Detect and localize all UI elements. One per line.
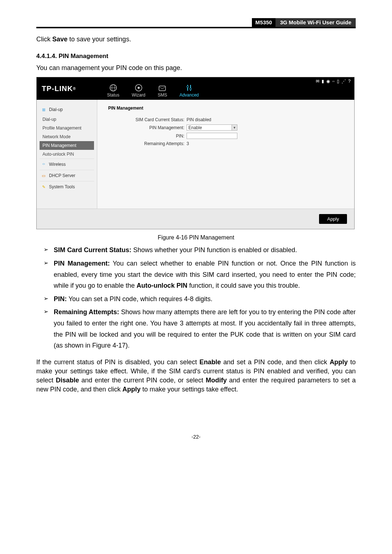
text: If the current status of PIN is disabled… xyxy=(36,358,199,366)
term-inline: Auto-unlock PIN xyxy=(136,282,187,289)
section-heading: 4.4.1.4. PIN Management xyxy=(36,53,356,60)
sidebar-item-autounlock[interactable]: Auto-unlock PIN xyxy=(40,150,94,159)
tab-label: Wizard xyxy=(132,93,145,98)
target-icon xyxy=(135,84,143,92)
list-item: PIN: You can set a PIN code, which requi… xyxy=(45,294,356,305)
text: Click xyxy=(36,36,52,43)
status-tray: ✉ ▮ ◉ ⎓ ▯ ⋰ ? xyxy=(313,77,354,86)
doc-header: M5350 3G Mobile Wi-Fi User Guide xyxy=(36,18,356,28)
term: PIN: xyxy=(54,295,67,303)
dialup-icon: ⊞ xyxy=(41,107,46,112)
page-number: -22- xyxy=(36,434,356,440)
page: M5350 3G Mobile Wi-Fi User Guide Click S… xyxy=(0,0,392,454)
term: SIM Card Current Status: xyxy=(54,246,131,254)
label-pin: PIN: xyxy=(108,134,187,139)
svg-point-4 xyxy=(138,87,140,89)
value-remaining: 3 xyxy=(187,141,189,146)
list-item: PIN Management: You can select whether t… xyxy=(45,258,356,291)
tools-icon: ✎ xyxy=(41,184,46,189)
sidebar-label: Dial-up xyxy=(49,107,63,112)
dhcp-icon: ▭ xyxy=(41,173,46,178)
help-icon: ? xyxy=(348,79,351,84)
svg-rect-5 xyxy=(159,86,166,91)
input-pin[interactable] xyxy=(187,133,237,139)
tab-label: Advanced xyxy=(179,93,199,98)
term: Remaining Attempts: xyxy=(54,308,119,316)
battery-icon: ▯ xyxy=(337,79,340,84)
select-pin-management[interactable]: Enable ▼ xyxy=(187,124,237,131)
router-ui-screenshot: TP-LINK® Status Wizard SMS Advanced xyxy=(36,77,355,229)
sidebar-label: DHCP Server xyxy=(49,173,75,178)
globe-icon xyxy=(109,84,117,92)
svg-point-7 xyxy=(187,86,189,88)
sidebar-item-dialup[interactable]: Dial-up xyxy=(40,115,94,124)
row-pin-management: PIN Management: Enable ▼ xyxy=(108,124,343,131)
figure-caption: Figure 4-16 PIN Management xyxy=(36,234,356,241)
text: and set a PIN code, and then click xyxy=(221,358,330,366)
kw: Modify xyxy=(206,377,227,384)
app-body: ⊞ Dial-up Dial-up Profile Management Net… xyxy=(37,100,354,209)
tab-status[interactable]: Status xyxy=(107,84,119,98)
tab-label: Status xyxy=(107,93,119,98)
brand-text: TP-LINK xyxy=(42,85,73,93)
list-item: SIM Card Current Status: Shows whether y… xyxy=(45,245,356,256)
value-sim-status: PIN disabled xyxy=(187,117,211,122)
kw: Apply xyxy=(330,358,348,366)
row-remaining: Remaining Attempts: 3 xyxy=(108,141,343,146)
globe-small-icon: ◉ xyxy=(326,79,331,84)
charge-icon: ⎓ xyxy=(332,79,335,84)
sidebar-group-tools[interactable]: ✎ System Tools xyxy=(40,181,94,192)
intro-line-2: You can management your PIN code on this… xyxy=(36,63,356,73)
model-badge: M5350 xyxy=(252,18,276,27)
sidebar-label: Wireless xyxy=(49,162,66,167)
apply-button[interactable]: Apply xyxy=(319,214,347,224)
sidebar: ⊞ Dial-up Dial-up Profile Management Net… xyxy=(37,100,97,209)
doc-title: 3G Mobile Wi-Fi User Guide xyxy=(275,18,356,27)
sidebar-group-dhcp[interactable]: ▭ DHCP Server xyxy=(40,170,94,181)
svg-point-9 xyxy=(190,88,192,90)
tab-advanced[interactable]: Advanced xyxy=(179,84,199,98)
tab-label: SMS xyxy=(158,93,167,98)
sidebar-item-profile[interactable]: Profile Management xyxy=(40,124,94,132)
kw: Disable xyxy=(56,377,79,384)
mail-icon: ✉ xyxy=(316,79,320,84)
tab-sms[interactable]: SMS xyxy=(158,85,167,98)
desc: function, it could save you this trouble… xyxy=(187,282,300,289)
row-sim-status: SIM Card Current Status: PIN disabled xyxy=(108,117,343,122)
sidebar-group-dialup[interactable]: ⊞ Dial-up xyxy=(40,104,94,115)
chevron-down-icon: ▼ xyxy=(232,125,237,130)
wifi-side-icon: ⌔ xyxy=(41,162,46,167)
brand-logo: TP-LINK® xyxy=(37,77,96,100)
wifi-icon: ⋰ xyxy=(342,79,347,84)
main-tabs: Status Wizard SMS Advanced xyxy=(96,77,199,100)
term: PIN Management: xyxy=(54,260,110,267)
intro-line-1: Click Save to save your settings. xyxy=(36,35,356,44)
content-title: PIN Management xyxy=(108,106,343,111)
text: and enter the current PIN code, or selec… xyxy=(79,377,206,384)
desc: Shows whether your PIN function is enabl… xyxy=(131,246,297,254)
app-footer: Apply xyxy=(37,209,354,229)
app-header: TP-LINK® Status Wizard SMS Advanced xyxy=(37,77,354,100)
registered-icon: ® xyxy=(73,87,76,91)
desc: You can set a PIN code, which requires 4… xyxy=(67,295,212,303)
sidebar-item-pin[interactable]: PIN Management xyxy=(40,141,94,150)
signal-icon: ▮ xyxy=(322,79,325,84)
sidebar-label: System Tools xyxy=(49,184,75,189)
select-value: Enable xyxy=(188,125,202,130)
content-area: PIN Management SIM Card Current Status: … xyxy=(97,100,354,209)
bullet-list: SIM Card Current Status: Shows whether y… xyxy=(36,245,356,351)
label-remaining: Remaining Attempts: xyxy=(108,141,187,146)
label-pin-management: PIN Management: xyxy=(108,125,187,130)
save-word: Save xyxy=(52,36,68,43)
text: to make your settings take effect. xyxy=(140,386,238,393)
sidebar-group-wireless[interactable]: ⌔ Wireless xyxy=(40,159,94,170)
text: to save your settings. xyxy=(68,36,131,43)
closing-paragraph: If the current status of PIN is disabled… xyxy=(36,358,356,394)
kw: Apply xyxy=(122,386,140,393)
sliders-icon xyxy=(185,84,193,92)
envelope-icon xyxy=(158,85,166,92)
label-sim-status: SIM Card Current Status: xyxy=(108,117,187,122)
sidebar-item-network[interactable]: Network Mode xyxy=(40,132,94,141)
kw: Enable xyxy=(199,358,221,366)
tab-wizard[interactable]: Wizard xyxy=(132,84,145,98)
